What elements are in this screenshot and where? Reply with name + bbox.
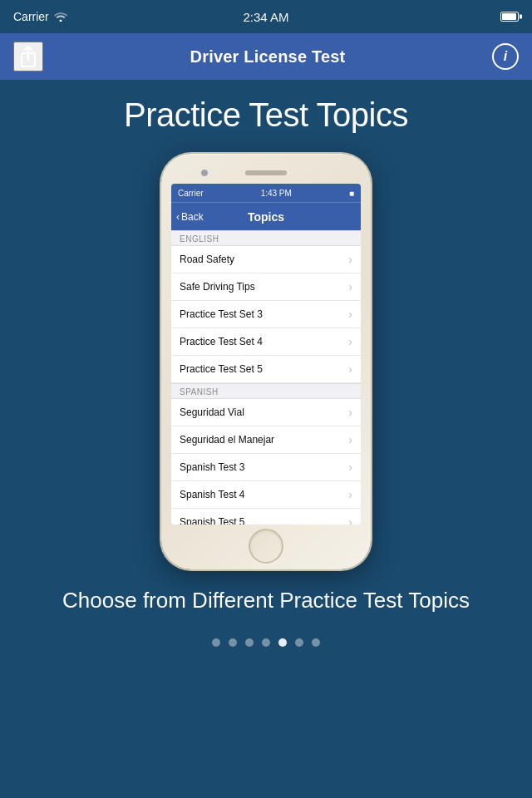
list-item-safe-driving[interactable]: Safe Driving Tips › — [171, 273, 361, 301]
list-item-spanish-3[interactable]: Spanish Test 3 › — [171, 454, 361, 481]
inner-nav-title: Topics — [248, 210, 284, 224]
section-header-english: ENGLISH — [171, 230, 361, 246]
dot-1[interactable] — [212, 638, 220, 647]
inner-status-bar: Carrier 1:43 PM ■ — [171, 184, 361, 202]
info-button[interactable]: i — [492, 43, 519, 70]
inner-nav-bar: ‹ Back Topics — [171, 202, 361, 230]
status-bar-right — [500, 12, 519, 22]
nav-title: Driver License Test — [190, 47, 346, 66]
chevron-right-icon: › — [348, 362, 352, 376]
chevron-right-icon: › — [348, 280, 352, 293]
chevron-right-icon: › — [348, 335, 352, 348]
list-item-practice-4[interactable]: Practice Test Set 4 › — [171, 328, 361, 356]
phone-screen: Carrier 1:43 PM ■ ‹ Back Topics ENGLISH … — [171, 184, 361, 525]
list-item-practice-3[interactable]: Practice Test Set 3 › — [171, 301, 361, 328]
share-button[interactable] — [13, 42, 43, 71]
chevron-right-icon: › — [348, 515, 352, 525]
inner-time: 1:43 PM — [261, 189, 292, 198]
dot-6[interactable] — [295, 638, 303, 647]
chevron-left-icon: ‹ — [176, 211, 180, 223]
phone-speaker — [245, 170, 287, 175]
inner-list: ENGLISH Road Safety › Safe Driving Tips … — [171, 230, 361, 525]
inner-back-button[interactable]: ‹ Back — [176, 211, 204, 223]
chevron-right-icon: › — [348, 461, 352, 474]
phone-home-button[interactable] — [249, 529, 283, 564]
dot-5-active[interactable] — [278, 638, 287, 647]
phone-bottom — [171, 525, 361, 568]
phone-camera — [201, 170, 208, 176]
list-item-seguridad-vial[interactable]: Seguridad Vial › — [171, 399, 361, 426]
description-text: Choose from Different Practice Test Topi… — [29, 569, 503, 615]
chevron-right-icon: › — [348, 433, 352, 446]
list-item-spanish-5[interactable]: Spanish Test 5 › — [171, 509, 361, 525]
wifi-icon — [54, 12, 67, 22]
chevron-right-icon: › — [348, 488, 352, 501]
status-bar-time: 2:34 AM — [243, 10, 288, 24]
dot-2[interactable] — [229, 638, 237, 647]
dot-7[interactable] — [312, 638, 320, 647]
page-title: Practice Test Topics — [124, 96, 408, 134]
chevron-right-icon: › — [348, 253, 352, 266]
status-bar-left: Carrier — [13, 10, 67, 23]
chevron-right-icon: › — [348, 308, 352, 321]
inner-battery: ■ — [349, 189, 354, 198]
status-bar: Carrier 2:34 AM — [0, 0, 532, 33]
battery-icon — [500, 12, 519, 22]
main-content: Practice Test Topics Carrier 1:43 PM ■ ‹… — [0, 80, 532, 647]
chevron-right-icon: › — [348, 406, 352, 419]
back-label: Back — [181, 211, 204, 223]
nav-bar: Driver License Test i — [0, 33, 532, 80]
page-dots — [212, 638, 320, 647]
info-icon: i — [504, 49, 507, 64]
list-item-seguridad-manejar[interactable]: Seguridad el Manejar › — [171, 426, 361, 454]
list-item-road-safety[interactable]: Road Safety › — [171, 246, 361, 273]
section-header-spanish: SPANISH — [171, 383, 361, 399]
inner-carrier: Carrier — [178, 189, 204, 198]
phone-mockup: Carrier 1:43 PM ■ ‹ Back Topics ENGLISH … — [161, 154, 371, 569]
list-item-practice-5[interactable]: Practice Test Set 5 › — [171, 356, 361, 383]
carrier-text: Carrier — [13, 10, 49, 23]
dot-4[interactable] — [262, 638, 270, 647]
list-item-spanish-4[interactable]: Spanish Test 4 › — [171, 481, 361, 509]
dot-3[interactable] — [245, 638, 254, 647]
phone-top — [171, 164, 361, 182]
